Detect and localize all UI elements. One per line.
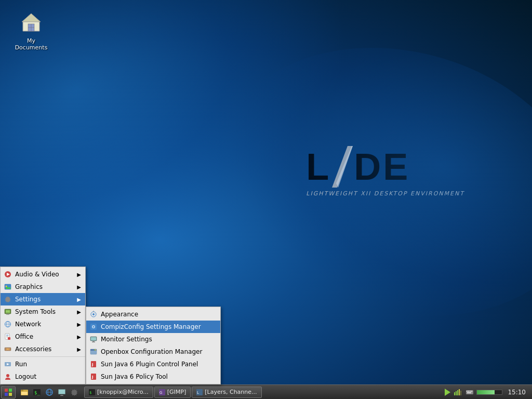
office-icon <box>4 332 12 341</box>
start-icon <box>4 388 12 396</box>
svg-rect-15 <box>6 314 9 315</box>
menu-item-audio-video[interactable]: Audio & Video ▶ <box>1 268 85 281</box>
svg-rect-53 <box>21 390 23 391</box>
svg-rect-61 <box>59 390 65 394</box>
svg-point-10 <box>6 286 7 287</box>
compiz-icon <box>89 323 98 331</box>
menu-item-system-tools[interactable]: System Tools ▶ <box>1 305 85 318</box>
submenu-arrow-icon: ▶ <box>77 297 81 302</box>
svg-rect-38 <box>92 341 95 342</box>
submenu-appearance[interactable]: Appearance <box>86 308 220 321</box>
svg-text:L: L <box>197 391 199 395</box>
svg-point-31 <box>92 313 95 315</box>
submenu-arrow-icon: ▶ <box>77 322 81 327</box>
my-documents-icon[interactable]: My Documents <box>10 10 52 51</box>
lxde-subtitle: Lightweight XII Desktop Environment <box>306 190 464 197</box>
my-documents-label: My Documents <box>10 37 52 51</box>
folder-icon <box>19 10 44 35</box>
network-icon <box>4 320 12 328</box>
svg-rect-39 <box>92 342 95 342</box>
svg-text:$_: $_ <box>34 390 40 395</box>
window-layers[interactable]: L [Layers, Channe... <box>192 387 261 398</box>
submenu-arrow-icon: ▶ <box>77 284 81 290</box>
submenu-compiz[interactable]: CompizConfig Settings Manager <box>86 321 220 333</box>
svg-rect-50 <box>5 393 8 396</box>
lxde-logo: L DE Lightweight XII Desktop Environment <box>306 145 464 197</box>
monitor-icon[interactable] <box>56 387 68 398</box>
window-knoppix[interactable]: $ [knoppix@Micro... <box>84 387 153 398</box>
menu-item-settings[interactable]: Settings ▶ <box>1 293 85 305</box>
svg-point-29 <box>6 374 9 377</box>
svg-rect-49 <box>9 389 12 392</box>
browser-icon[interactable] <box>44 387 55 398</box>
svg-marker-0 <box>332 146 353 188</box>
audio-video-icon <box>4 270 12 278</box>
taskbar-windows: $ [knoppix@Micro... G [GIMP] L [Layers, … <box>82 387 442 398</box>
terminal-small-icon: $ <box>89 389 95 395</box>
start-button[interactable] <box>1 386 16 398</box>
main-menu-panel: Audio & Video ▶ Graphics ▶ Settings ▶ <box>0 267 86 384</box>
monitor-settings-icon <box>89 335 98 343</box>
layers-small-icon: L <box>196 389 203 395</box>
terminal-icon[interactable]: $_ <box>31 387 43 398</box>
lxde-de: DE <box>354 145 410 188</box>
systray <box>453 387 502 397</box>
svg-text:G: G <box>159 391 162 395</box>
run-icon <box>4 360 12 368</box>
submenu-monitor[interactable]: Monitor Settings <box>86 333 220 345</box>
openbox-icon <box>89 348 98 356</box>
submenu-java-policy[interactable]: J Sun Java 6 Policy Tool <box>86 370 220 383</box>
submenu-openbox[interactable]: Openbox Configuration Manager <box>86 345 220 358</box>
submenu-java-plugin[interactable]: J Sun Java 6 Plugin Control Panel <box>86 358 220 370</box>
svg-point-35 <box>93 326 95 328</box>
svg-rect-80 <box>471 391 472 392</box>
taskbar: $_ $ [knoppix@Micro... G [GIMP] L <box>0 384 532 399</box>
svg-point-26 <box>7 349 8 350</box>
submenu-arrow-icon: ▶ <box>77 309 81 315</box>
taskbar-right: 15:10 <box>442 387 532 397</box>
network-systray-icon[interactable] <box>453 387 463 397</box>
volume-bar[interactable] <box>476 390 502 395</box>
window-gimp[interactable]: G [GIMP] <box>154 387 191 398</box>
menu-item-run[interactable]: Run <box>1 358 85 370</box>
svg-rect-77 <box>467 391 468 392</box>
svg-rect-14 <box>6 310 10 313</box>
keyboard-systray-icon[interactable] <box>464 387 475 397</box>
menu-item-office[interactable]: Office ▶ <box>1 330 85 343</box>
menu-item-logout[interactable]: Logout <box>1 370 85 383</box>
svg-rect-37 <box>91 337 96 340</box>
file-manager-icon[interactable] <box>19 387 30 398</box>
lxde-slash-icon <box>332 146 353 188</box>
lxde-l: L <box>306 145 331 188</box>
volume-fill <box>477 390 495 394</box>
svg-rect-72 <box>456 391 457 395</box>
system-tools-icon <box>4 308 12 316</box>
svg-rect-73 <box>457 390 458 395</box>
svg-rect-48 <box>5 389 8 392</box>
svg-rect-79 <box>470 391 471 392</box>
desktop: L DE Lightweight XII Desktop Environment <box>0 0 532 399</box>
svg-rect-63 <box>60 395 63 396</box>
svg-rect-78 <box>468 391 469 392</box>
svg-point-43 <box>94 350 95 351</box>
svg-rect-81 <box>467 392 471 393</box>
svg-rect-71 <box>454 392 455 395</box>
svg-point-42 <box>95 350 96 351</box>
svg-rect-74 <box>459 389 460 395</box>
menu-item-accessories[interactable]: Accessories ▶ <box>1 343 85 355</box>
settings-launch-icon[interactable] <box>69 387 80 398</box>
submenu-arrow-icon: ▶ <box>77 272 81 277</box>
submenu-arrow-icon: ▶ <box>77 347 81 352</box>
play-button[interactable] <box>445 389 450 396</box>
svg-rect-51 <box>9 393 12 396</box>
svg-marker-3 <box>22 14 41 22</box>
svg-marker-1 <box>336 146 353 188</box>
svg-rect-54 <box>21 392 28 395</box>
menu-item-network[interactable]: Network ▶ <box>1 318 85 330</box>
svg-text:$: $ <box>89 391 91 395</box>
svg-rect-62 <box>61 395 63 395</box>
graphics-icon <box>4 283 12 291</box>
menu-item-graphics[interactable]: Graphics ▶ <box>1 281 85 293</box>
clock: 15:10 <box>504 389 529 396</box>
java-policy-icon: J <box>89 373 98 381</box>
